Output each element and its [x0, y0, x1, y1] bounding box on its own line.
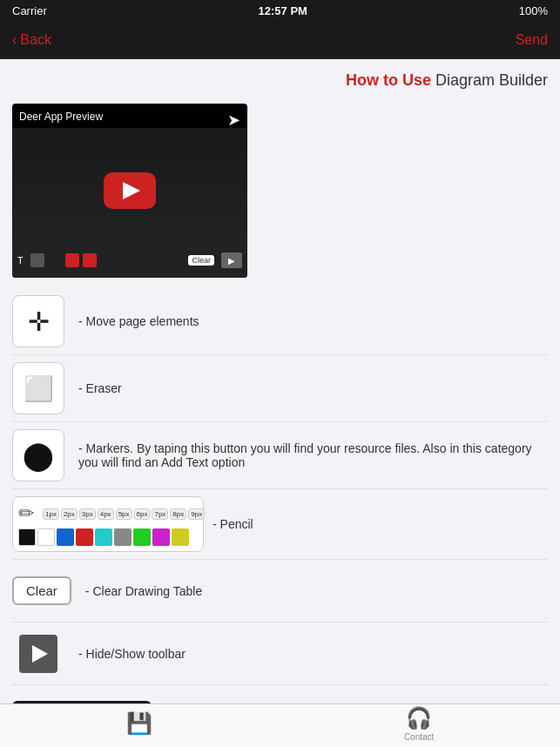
color-yellow[interactable]	[172, 528, 189, 546]
video-label: Deer App Preview	[19, 111, 103, 123]
size-1px[interactable]: 1px	[43, 508, 59, 520]
contact-icon: 🎧	[406, 706, 432, 730]
video-preview[interactable]: Deer App Preview ➤ T Clear ▶	[12, 104, 247, 278]
list-item: Clear - Clear Drawing Table	[12, 560, 548, 622]
carrier-text: Carrier	[12, 4, 47, 17]
page-title: How to Use Diagram Builder	[0, 59, 560, 97]
list-item: ⬜ - Eraser	[12, 355, 548, 422]
toolbar-text-icon: T	[17, 255, 24, 266]
pencil-icon: ✏	[18, 502, 34, 525]
send-button[interactable]: Send	[516, 32, 548, 48]
tab-contact-label: Contact	[404, 732, 434, 742]
list-item: ✛ - Move page elements	[12, 288, 548, 355]
list-item: - Hide/Show toolbar	[12, 622, 548, 685]
battery-text: 100%	[519, 4, 548, 17]
pencil-sizes: 1px 2px 3px 4px 5px 6px 7px 8px 9px	[43, 508, 205, 520]
size-5px[interactable]: 5px	[116, 508, 132, 520]
pencil-tool-box: ✏ 1px 2px 3px 4px 5px 6px 7px 8px 9px	[12, 496, 204, 552]
pencil-colors	[18, 528, 198, 546]
move-description: - Move page elements	[78, 314, 548, 328]
hide-show-icon-wrapper	[12, 635, 64, 673]
size-6px[interactable]: 6px	[134, 508, 151, 520]
markers-icon-box: ⬤	[12, 429, 64, 481]
list-item: ⬤ - Markers. By taping this button you w…	[12, 422, 548, 489]
home-icon: 💾	[126, 711, 152, 736]
tab-contact[interactable]: 🎧 Contact	[404, 706, 434, 742]
tab-home[interactable]: 💾	[126, 711, 152, 737]
back-label: Back	[20, 32, 51, 48]
chevron-left-icon: ‹	[12, 32, 17, 48]
share-icon[interactable]: ➤	[227, 111, 240, 130]
color-green[interactable]	[133, 528, 151, 546]
clear-description: - Clear Drawing Table	[85, 584, 548, 598]
hide-show-description: - Hide/Show toolbar	[78, 647, 548, 661]
tab-bar: 💾 🎧 Contact	[0, 703, 560, 747]
color-white[interactable]	[37, 528, 55, 546]
video-controls: T Clear ▶	[12, 243, 247, 278]
color-black[interactable]	[18, 528, 36, 546]
back-button[interactable]: ‹ Back	[12, 32, 51, 48]
size-3px[interactable]: 3px	[79, 508, 96, 520]
color-red[interactable]	[76, 528, 93, 546]
nav-bar: ‹ Back Send	[0, 21, 560, 59]
eraser-description: - Eraser	[78, 381, 548, 395]
pencil-description: - Pencil	[213, 517, 548, 531]
color-magenta[interactable]	[152, 528, 170, 546]
color-gray[interactable]	[114, 528, 132, 546]
size-2px[interactable]: 2px	[61, 508, 78, 520]
clear-btn-wrapper: Clear	[12, 576, 71, 605]
clear-mini-btn: Clear	[188, 255, 214, 266]
time-text: 12:57 PM	[259, 4, 307, 17]
color-blue[interactable]	[57, 528, 74, 546]
size-8px[interactable]: 8px	[170, 508, 186, 520]
title-highlight: How to Use	[346, 71, 431, 89]
hide-show-button[interactable]	[19, 635, 57, 673]
color-cyan[interactable]	[95, 528, 112, 546]
marker-icon: ⬤	[23, 439, 54, 472]
status-bar: Carrier 12:57 PM 100%	[0, 0, 560, 21]
list-item: ✏ 1px 2px 3px 4px 5px 6px 7px 8px 9px	[12, 489, 548, 560]
title-rest: Diagram Builder	[431, 71, 548, 89]
clear-drawing-button[interactable]: Clear	[12, 576, 71, 605]
markers-description: - Markers. By taping this button you wil…	[78, 441, 548, 469]
size-7px[interactable]: 7px	[152, 508, 168, 520]
move-icon-box: ✛	[12, 295, 64, 347]
size-4px[interactable]: 4px	[98, 508, 114, 520]
move-icon: ✛	[28, 306, 50, 337]
size-9px[interactable]: 9px	[188, 508, 205, 520]
eraser-icon: ⬜	[24, 374, 54, 403]
help-list: ✛ - Move page elements ⬜ - Eraser ⬤ - Ma…	[0, 288, 560, 747]
play-button[interactable]	[104, 172, 156, 209]
eraser-icon-box: ⬜	[12, 362, 64, 414]
